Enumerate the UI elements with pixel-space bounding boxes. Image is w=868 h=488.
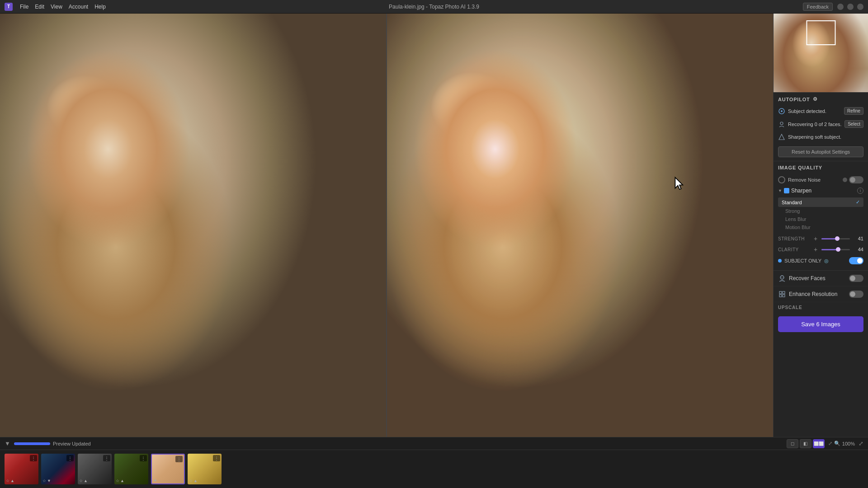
preview-status: Preview Updated bbox=[14, 441, 91, 446]
minimize-button[interactable]: ─ bbox=[837, 4, 844, 10]
clarity-slider-row: CLARITY + 44 bbox=[778, 244, 863, 255]
compare-view-button[interactable]: ◧ bbox=[800, 439, 811, 448]
thumb-menu-6[interactable]: ⋮ bbox=[213, 455, 220, 461]
faces-icon bbox=[778, 121, 785, 128]
thumb-menu-5[interactable]: ⋮ bbox=[175, 456, 183, 462]
zoom-fit-icon[interactable]: ⤢ bbox=[828, 441, 832, 446]
svg-point-5 bbox=[781, 277, 782, 278]
subject-detected-text: Subject detected. bbox=[788, 108, 841, 114]
right-sidebar: AUTOPILOT ⚙ Subject detected. Refine bbox=[773, 14, 868, 437]
thumb-menu-4[interactable]: ⋮ bbox=[140, 455, 147, 461]
recover-faces-icon bbox=[778, 274, 786, 282]
expand-icon[interactable]: ⤢ bbox=[859, 440, 863, 447]
reset-autopilot-button[interactable]: Reset to Autopilot Settings bbox=[778, 146, 863, 157]
thumb-menu-2[interactable]: ⋮ bbox=[66, 455, 74, 461]
main-content: AUTOPILOT ⚙ Subject detected. Refine bbox=[0, 14, 868, 437]
app-icon: T bbox=[5, 3, 13, 11]
menu-account[interactable]: Account bbox=[69, 4, 88, 10]
title-bar-right: Feedback ─ □ ✕ bbox=[803, 3, 863, 11]
filmstrip-thumb-5[interactable]: ⋮ ▲ bbox=[151, 454, 185, 484]
refine-button[interactable]: Refine bbox=[844, 107, 863, 115]
clarity-add-icon[interactable]: + bbox=[812, 246, 819, 253]
filmstrip-thumb-3[interactable]: ⋮ ☆▲ bbox=[78, 454, 112, 484]
subject-detected-icon bbox=[778, 108, 785, 115]
sharpen-label: Sharpen bbox=[791, 188, 811, 194]
image-panel-right bbox=[386, 14, 773, 437]
sharpen-header[interactable]: ▼ Sharpen i bbox=[778, 186, 863, 196]
strength-label: STRENGTH bbox=[778, 236, 810, 241]
split-view-button[interactable]: ⬜⬜ bbox=[813, 439, 825, 448]
autopilot-label: AUTOPILOT bbox=[778, 97, 810, 102]
strength-slider-row: STRENGTH + 41 bbox=[778, 233, 863, 244]
single-view-button[interactable]: ◻ bbox=[787, 439, 798, 448]
thumbnail-preview bbox=[774, 14, 868, 93]
processed-image bbox=[387, 14, 773, 437]
strength-slider-thumb[interactable] bbox=[835, 236, 840, 241]
image-quality-header: IMAGE QUALITY bbox=[778, 165, 863, 170]
sharpen-container: ▼ Sharpen i Standard ✓ Strong Lens Blur … bbox=[778, 186, 863, 267]
autopilot-header: AUTOPILOT ⚙ bbox=[778, 96, 863, 102]
menu-help[interactable]: Help bbox=[94, 4, 106, 10]
menu-edit[interactable]: Edit bbox=[35, 4, 44, 10]
view-mode-buttons: ◻ ◧ ⬜⬜ bbox=[787, 439, 825, 448]
preview-status-label: Preview Updated bbox=[53, 441, 91, 446]
remove-noise-status-icon bbox=[843, 178, 847, 182]
subject-only-toggle[interactable] bbox=[849, 257, 863, 264]
original-image bbox=[0, 14, 386, 437]
filmstrip-thumb-6[interactable]: ⋮ ☆▲ bbox=[188, 454, 222, 484]
maximize-button[interactable]: □ bbox=[847, 4, 854, 10]
image-area[interactable] bbox=[0, 14, 773, 437]
sharpen-option-standard[interactable]: Standard ✓ bbox=[778, 197, 863, 207]
thumb-icons-2: ☆▼ bbox=[42, 479, 51, 483]
thumb-icons-1: ☆▲ bbox=[6, 479, 14, 483]
thumb-icons-6: ☆▲ bbox=[189, 479, 198, 483]
strength-value: 41 bbox=[853, 236, 863, 241]
image-panel-left bbox=[0, 14, 386, 437]
strength-add-icon[interactable]: + bbox=[812, 235, 819, 242]
remove-noise-toggle[interactable] bbox=[849, 176, 863, 183]
window-controls: ─ □ ✕ bbox=[837, 4, 863, 10]
thumb-icons-3: ☆▲ bbox=[79, 479, 88, 483]
sharpen-status-icon bbox=[778, 133, 785, 141]
subject-only-label: SUBJECT ONLY bbox=[784, 258, 821, 263]
clarity-slider-track[interactable] bbox=[821, 249, 850, 250]
thumb-menu-1[interactable]: ⋮ bbox=[30, 455, 37, 461]
image-quality-section: IMAGE QUALITY Remove Noise ▼ Sharpe bbox=[774, 161, 868, 271]
feedback-button[interactable]: Feedback bbox=[803, 3, 833, 11]
svg-rect-10 bbox=[783, 295, 785, 297]
filmstrip-toggle-icon[interactable]: ▼ bbox=[5, 440, 10, 447]
filmstrip-thumb-1[interactable]: ⋮ ☆▲ bbox=[5, 454, 38, 484]
recover-faces-toggle[interactable] bbox=[849, 275, 863, 282]
remove-noise-icon bbox=[778, 176, 785, 183]
enhance-resolution-row: Enhance Resolution bbox=[774, 286, 868, 302]
recovering-faces-text: Recovering 0 of 2 faces. bbox=[788, 122, 842, 127]
svg-marker-3 bbox=[779, 134, 784, 140]
save-button[interactable]: Save 6 Images bbox=[778, 316, 863, 332]
menu-file[interactable]: File bbox=[20, 4, 28, 10]
filmstrip-thumb-4[interactable]: ⋮ ☆▲ bbox=[114, 454, 148, 484]
recover-faces-label: Recover Faces bbox=[789, 275, 846, 282]
image-quality-label: IMAGE QUALITY bbox=[778, 165, 822, 170]
select-button[interactable]: Select bbox=[844, 120, 863, 128]
menu-view[interactable]: View bbox=[51, 4, 62, 10]
title-bar: T File Edit View Account Help Paula-klei… bbox=[0, 0, 868, 14]
svg-point-2 bbox=[780, 122, 783, 125]
sharpen-info-icon[interactable]: i bbox=[857, 188, 863, 194]
sharpen-option-lens-blur[interactable]: Lens Blur bbox=[778, 215, 863, 223]
autopilot-gear-icon[interactable]: ⚙ bbox=[813, 96, 818, 102]
menu-items: File Edit View Account Help bbox=[20, 4, 106, 10]
thumb-menu-3[interactable]: ⋮ bbox=[103, 455, 110, 461]
filmstrip-thumb-2[interactable]: ⋮ ☆▼ bbox=[41, 454, 75, 484]
strength-slider-track[interactable] bbox=[821, 238, 850, 239]
sharpen-option-motion-blur[interactable]: Motion Blur bbox=[778, 223, 863, 231]
sharpen-option-strong[interactable]: Strong bbox=[778, 207, 863, 215]
zoom-value: 100% bbox=[842, 441, 855, 446]
enhance-resolution-toggle[interactable] bbox=[849, 291, 863, 298]
thumbnail-image bbox=[774, 14, 868, 92]
svg-rect-9 bbox=[779, 295, 782, 297]
close-button[interactable]: ✕ bbox=[857, 4, 863, 10]
remove-noise-item[interactable]: Remove Noise bbox=[778, 174, 863, 186]
autopilot-section: AUTOPILOT ⚙ Subject detected. Refine bbox=[774, 93, 868, 161]
clarity-slider-thumb[interactable] bbox=[836, 247, 840, 252]
subject-only-dot bbox=[778, 259, 782, 263]
